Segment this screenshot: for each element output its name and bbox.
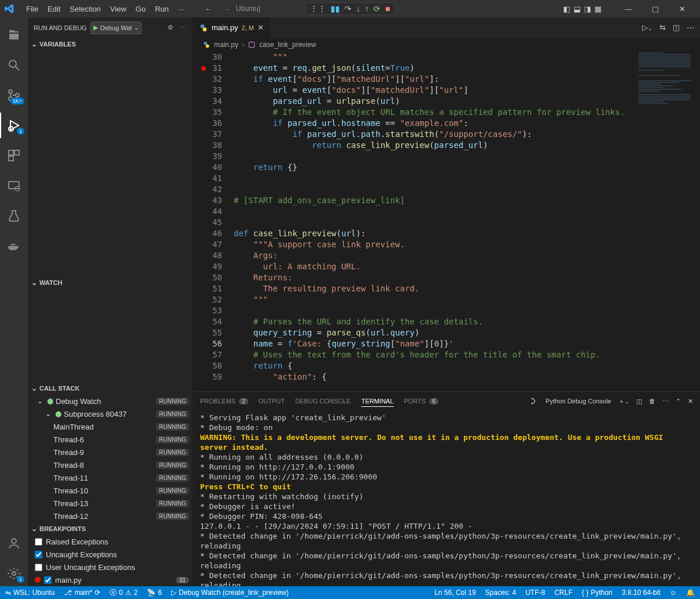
menu-···[interactable]: ··· — [174, 2, 188, 16]
line-number[interactable]: 39 — [193, 151, 222, 162]
more-icon[interactable]: ⋯ — [662, 398, 669, 405]
code-line[interactable]: The resulting preview link card. — [234, 283, 630, 294]
code-line[interactable]: url: A matching URL. — [234, 261, 630, 272]
debug-pause-icon[interactable]: ▮▮ — [331, 4, 340, 13]
line-number[interactable]: 48 — [193, 250, 222, 261]
line-number[interactable]: 51 — [193, 283, 222, 294]
activity-settings-icon[interactable]: 1 — [0, 561, 28, 586]
line-number[interactable]: 32 — [193, 74, 222, 85]
menu-selection[interactable]: Selection — [66, 2, 104, 16]
code-line[interactable]: name = f'Case: {query_string["name"][0]}… — [234, 338, 630, 349]
activity-remote-explorer-icon[interactable] — [0, 173, 28, 199]
status-remote[interactable]: ⇋ WSL: Ubuntu — [3, 589, 56, 597]
line-number[interactable]: 38 — [193, 140, 222, 151]
activity-docker-icon[interactable] — [0, 233, 28, 259]
activity-scm-icon[interactable]: 1K+ — [0, 82, 28, 108]
callstack-row[interactable]: Thread-13RUNNING — [28, 497, 193, 510]
new-terminal-icon[interactable]: ＋⌄ — [618, 397, 629, 406]
line-number[interactable]: 58 — [193, 360, 222, 371]
code-line[interactable]: if parsed_url.hostname == "example.com": — [234, 118, 630, 129]
menu-run[interactable]: Run — [151, 2, 173, 16]
line-number[interactable]: 35 — [193, 107, 222, 118]
line-number[interactable]: 41 — [193, 173, 222, 184]
variables-header[interactable]: ⌄ VARIABLES — [28, 38, 193, 50]
line-number[interactable]: 49 — [193, 261, 222, 272]
nav-forward-icon[interactable]: → — [223, 5, 230, 13]
line-number[interactable]: 47 — [193, 239, 222, 250]
menu-file[interactable]: File — [22, 2, 42, 16]
code-line[interactable]: # If the event object URL matches a spec… — [234, 107, 630, 118]
callstack-row[interactable]: Thread-11RUNNING — [28, 471, 193, 484]
line-number[interactable]: 36 — [193, 118, 222, 129]
terminal-name[interactable]: Python Debug Console — [546, 398, 611, 405]
breakpoint-option[interactable]: Uncaught Exceptions — [28, 548, 193, 561]
line-number[interactable]: 31 — [193, 63, 222, 74]
debug-drag-icon[interactable]: ⋮⋮ — [310, 4, 326, 13]
status-encoding[interactable]: UTF-8 — [524, 589, 547, 597]
line-number[interactable]: 44 — [193, 206, 222, 217]
debug-step-out-icon[interactable]: ↑ — [365, 4, 369, 13]
menu-go[interactable]: Go — [132, 2, 150, 16]
split-terminal-icon[interactable]: ◫ — [636, 398, 642, 405]
line-number[interactable]: 56 — [193, 338, 222, 349]
breakpoint-dot-icon[interactable] — [201, 66, 206, 71]
callstack-row[interactable]: ⌄⬢Debug WatchRUNNING — [28, 395, 193, 407]
code-line[interactable]: # Uses the text from the card's header f… — [234, 349, 630, 360]
tab-problems[interactable]: PROBLEMS 2 — [200, 398, 248, 405]
code-line[interactable]: url = event["docs"]["matchedUrl"]["url"] — [234, 85, 630, 96]
nav-back-icon[interactable]: ← — [205, 5, 212, 13]
menu-view[interactable]: View — [106, 2, 130, 16]
code-line[interactable]: if parsed_url.path.startswith("/support/… — [234, 129, 630, 140]
code-line[interactable]: def case_link_preview(url): — [234, 228, 630, 239]
code-line[interactable]: """ — [234, 294, 630, 305]
checkbox[interactable] — [35, 551, 42, 558]
tab-close-icon[interactable]: ✕ — [257, 23, 264, 32]
breadcrumb[interactable]: main.py › case_link_preview — [193, 38, 700, 52]
code-line[interactable]: if event["docs"]["matchedUrl"]["url"]: — [234, 74, 630, 85]
minimap[interactable] — [636, 52, 692, 391]
layout-sidebar-left-icon[interactable]: ◧ — [563, 5, 570, 13]
more-icon[interactable]: ⋯ — [687, 23, 694, 32]
more-icon[interactable]: ⋯ — [180, 24, 187, 31]
code-line[interactable]: # [START add_ons_case_preview_link] — [234, 195, 630, 206]
code-line[interactable] — [234, 305, 630, 316]
split-icon[interactable]: ◫ — [673, 23, 680, 32]
line-number[interactable]: 46 — [193, 228, 222, 239]
tab-debug-console[interactable]: DEBUG CONSOLE — [295, 398, 351, 405]
callstack-row[interactable]: Thread-9RUNNING — [28, 446, 193, 459]
checkbox[interactable] — [35, 564, 42, 571]
code-line[interactable]: """A support case link preview. — [234, 239, 630, 250]
status-bell-icon[interactable]: 🔔 — [684, 589, 697, 597]
code-line[interactable]: Args: — [234, 250, 630, 261]
status-language[interactable]: { } Python — [580, 589, 614, 597]
line-number[interactable]: 40 — [193, 162, 222, 173]
code-line[interactable]: Returns: — [234, 272, 630, 283]
breakpoint-option[interactable]: Raised Exceptions — [28, 535, 193, 548]
line-number[interactable]: 57 — [193, 349, 222, 360]
kill-terminal-icon[interactable]: 🗑 — [649, 398, 655, 405]
line-number[interactable]: 59 — [193, 371, 222, 383]
code-line[interactable]: query_string = parse_qs(url.query) — [234, 327, 630, 338]
breadcrumb-file[interactable]: main.py — [214, 41, 238, 49]
tab-main-py[interactable]: main.py 2, M ✕ — [193, 17, 270, 38]
gear-icon[interactable]: ⚙ — [168, 24, 173, 31]
line-number[interactable]: 37 — [193, 129, 222, 140]
line-number[interactable]: 30 — [193, 52, 222, 63]
checkbox[interactable] — [44, 576, 52, 584]
code-line[interactable] — [234, 173, 630, 184]
status-interpreter[interactable]: 3.8.10 64-bit — [620, 589, 662, 597]
layout-customize-icon[interactable]: ▦ — [594, 5, 601, 13]
line-number[interactable]: 53 — [193, 305, 222, 316]
watch-header[interactable]: ⌄ WATCH — [28, 276, 193, 289]
code-line[interactable]: # Parses the URL and identify the case d… — [234, 316, 630, 327]
callstack-row[interactable]: Thread-12RUNNING — [28, 510, 193, 522]
status-eol[interactable]: CRLF — [553, 589, 574, 597]
code-line[interactable] — [234, 217, 630, 228]
status-debug[interactable]: ▷ Debug Watch (create_link_preview) — [169, 589, 291, 597]
code-line[interactable] — [234, 151, 630, 162]
compare-icon[interactable]: ⇆ — [659, 23, 666, 32]
callstack-row[interactable]: MainThreadRUNNING — [28, 420, 193, 433]
status-ports[interactable]: 📡6 — [145, 589, 164, 597]
layout-sidebar-right-icon[interactable]: ◨ — [584, 5, 591, 13]
activity-account-icon[interactable] — [0, 531, 28, 556]
